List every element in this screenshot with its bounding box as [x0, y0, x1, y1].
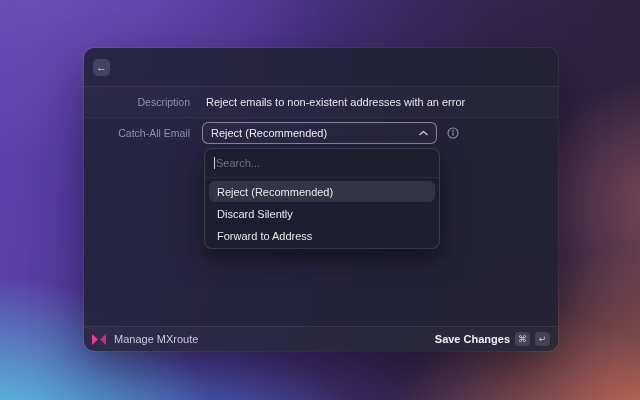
footer-bar: Manage MXroute Save Changes ⌘ ↵ — [84, 326, 558, 351]
dropdown-options: Reject (Recommended) Discard Silently Fo… — [209, 181, 435, 247]
arrow-left-icon: ← — [96, 62, 107, 73]
search-input[interactable] — [205, 149, 439, 177]
back-button[interactable]: ← — [93, 59, 110, 76]
app-window: ← Description Reject emails to non-exist… — [84, 48, 558, 351]
app-name: Manage MXroute — [114, 333, 198, 345]
info-icon[interactable] — [447, 127, 459, 139]
mxroute-logo-icon — [92, 334, 106, 345]
dropdown-panel: Reject (Recommended) Discard Silently Fo… — [204, 148, 440, 249]
dropdown-option-forward[interactable]: Forward to Address — [209, 225, 435, 246]
dropdown-search — [205, 149, 439, 177]
catch-all-label: Catch-All Email — [84, 127, 190, 139]
search-divider — [205, 177, 439, 178]
selected-option-value: Reject (Recommended) — [211, 127, 419, 139]
catch-all-select[interactable]: Reject (Recommended) — [202, 122, 437, 144]
text-caret — [214, 157, 215, 169]
dropdown-option-reject[interactable]: Reject (Recommended) — [209, 181, 435, 202]
description-value: Reject emails to non-existent addresses … — [206, 96, 465, 108]
command-key-icon: ⌘ — [515, 332, 530, 346]
chevron-up-icon — [419, 130, 428, 136]
window-header: ← — [84, 48, 558, 86]
save-changes-button[interactable]: Save Changes — [435, 333, 510, 345]
dropdown-option-discard[interactable]: Discard Silently — [209, 203, 435, 224]
catch-all-row: Catch-All Email Reject (Recommended) — [84, 117, 558, 149]
return-key-icon: ↵ — [535, 332, 550, 346]
description-label: Description — [84, 96, 190, 108]
description-row: Description Reject emails to non-existen… — [84, 86, 558, 117]
